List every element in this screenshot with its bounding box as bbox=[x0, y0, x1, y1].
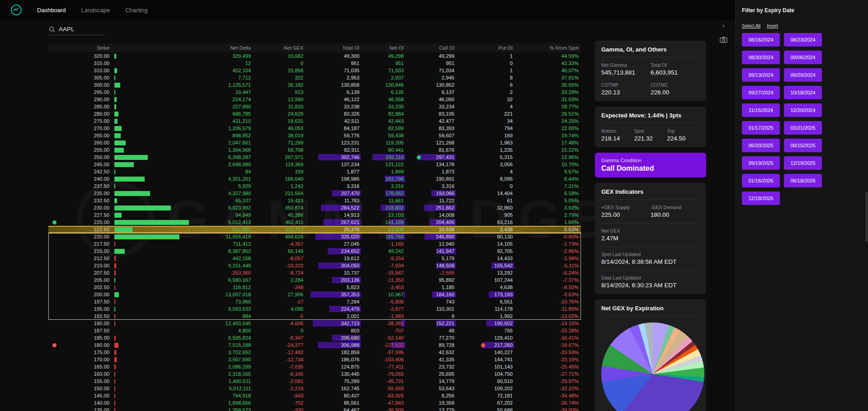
cell-value: 175.00 bbox=[94, 350, 109, 355]
camera-screenshot-icon[interactable] bbox=[720, 37, 727, 43]
table-row[interactable]: 192.50884-52,001-1,98391,992-13.02% bbox=[48, 313, 581, 320]
table-row[interactable]: 290.00224,17412,99046,12246,05846,090323… bbox=[48, 96, 581, 103]
expiry-date-button[interactable]: 12/20/2024 bbox=[784, 103, 822, 117]
ticker-search[interactable]: AAPL bbox=[49, 23, 105, 35]
expiry-date-button[interactable]: 03/21/2025 bbox=[784, 121, 822, 135]
table-row[interactable]: 275.00431,21019,63142,51142,44342,477342… bbox=[48, 117, 581, 125]
cell-value: 84,849 bbox=[235, 212, 251, 218]
ticker-search-value[interactable]: AAPL bbox=[59, 26, 74, 33]
table-row[interactable]: 227.5084,84945,38614,91313,10314,0089052… bbox=[48, 211, 581, 219]
cell-value: 64,467 bbox=[344, 407, 359, 411]
cell-value: -55,659 bbox=[387, 386, 404, 391]
table-row[interactable]: 180.007,515,188-24,377306,988-127,53289,… bbox=[48, 341, 581, 349]
table-row[interactable]: 232.5065,10715,42311,78311,66111,722615.… bbox=[48, 197, 581, 204]
table-row[interactable]: 190.0012,493,545-4,605342,723-38,281152,… bbox=[48, 320, 581, 327]
table-row[interactable]: 285.00227,99011,83333,23833,23033,234428… bbox=[48, 103, 581, 110]
cell-value: 230.00 bbox=[94, 205, 109, 210]
cell-value: 4,327,980 bbox=[228, 191, 251, 196]
expiry-date-button[interactable]: 12/19/2025 bbox=[784, 156, 822, 170]
expiry-date-button[interactable]: 06/18/2026 bbox=[784, 174, 822, 187]
cell-value: -6,165 bbox=[289, 371, 303, 377]
table-row[interactable]: 305.007,7123222,9532,9372,945837.81% bbox=[48, 74, 581, 81]
table-row[interactable]: 300.001,125,57136,182130,858130,846130,8… bbox=[48, 81, 581, 89]
cell-value: 59,607 bbox=[439, 133, 454, 138]
table-row[interactable]: 140.001,898,656-75286,561-47,84319,35967… bbox=[48, 399, 581, 406]
net-gex-bar bbox=[114, 133, 121, 138]
expiry-date-button[interactable]: 09/20/2024 bbox=[784, 68, 822, 82]
table-row[interactable]: 185.006,595,824-8,347206,680-52,14077,27… bbox=[48, 334, 581, 341]
table-row[interactable]: 212.50442,158-8,05719,612-9,2545,17914,4… bbox=[48, 255, 581, 262]
table-row[interactable]: 150.005,012,111-2,218162,745-55,65953,54… bbox=[48, 385, 581, 392]
table-row[interactable]: 237.505,9291,2423,3163,3163,31607.31% bbox=[48, 182, 581, 190]
table-row[interactable]: 195.009,093,6334,095224,479-3,877110,301… bbox=[48, 305, 581, 313]
table-row[interactable]: 145.00794,918-94380,437-63,9258,25672,18… bbox=[48, 392, 581, 399]
table-row[interactable]: 165.002,086,299-7,035124,875-77,41123,73… bbox=[48, 363, 581, 370]
table-row[interactable]: 155.001,400,511-2,08175,289-45,73114,779… bbox=[48, 378, 581, 385]
table-row[interactable]: 220.0011,655,419404,625326,020165,760245… bbox=[48, 233, 581, 240]
scrollbar-thumb[interactable] bbox=[866, 192, 868, 242]
table-row[interactable]: 205.006,580,1672,284203,136-11,35295,892… bbox=[48, 276, 581, 284]
expiry-date-button[interactable]: 01/17/2025 bbox=[742, 121, 780, 135]
table-row[interactable]: 187.504,8000803-70748755-15.28% bbox=[48, 327, 581, 334]
table-row[interactable]: 255.001,304,96659,70882,91180,44181,6761… bbox=[48, 146, 581, 154]
expiry-date-button[interactable]: 10/18/2024 bbox=[784, 86, 822, 99]
tab-charting[interactable]: Charting bbox=[125, 7, 147, 14]
net-gex-bar bbox=[114, 191, 150, 196]
collapse-panel-chevron-icon[interactable]: › bbox=[722, 22, 725, 28]
table-row[interactable]: 222.50512,801111,71720,37613,50016,9383,… bbox=[48, 226, 581, 233]
table-row[interactable]: 265.00848,85238,01959,77659,43859,607169… bbox=[48, 132, 581, 139]
expiry-date-button[interactable]: 09/13/2024 bbox=[742, 68, 780, 82]
cell-value: -2,218 bbox=[289, 386, 303, 391]
net-gex-bar bbox=[114, 90, 115, 95]
expiry-date-button[interactable]: 11/15/2024 bbox=[742, 103, 780, 117]
expiry-date-button[interactable]: 09/19/2025 bbox=[742, 156, 780, 170]
table-row[interactable]: 310.00452,10415,85871,03571,03371,034140… bbox=[48, 67, 581, 74]
table-row[interactable]: 170.003,567,690-12,734186,076-103,40641,… bbox=[48, 356, 581, 363]
table-row[interactable]: 225.005,012,413462,411267,621141,189204,… bbox=[48, 219, 581, 226]
table-row[interactable]: 295.0019,4479136,1396,1356,137233.29% bbox=[48, 89, 581, 96]
table-row[interactable]: 315.00120951951951042.33% bbox=[48, 60, 581, 67]
table-row[interactable]: 270.001,206,57946,05384,18782,59983,3937… bbox=[48, 125, 581, 132]
app-logo-icon[interactable] bbox=[11, 5, 22, 15]
table-row[interactable]: 160.002,318,165-6,165130,445-79,05525,69… bbox=[48, 370, 581, 378]
expiry-date-button[interactable]: 08/30/2024 bbox=[742, 51, 780, 64]
table-row[interactable]: 230.006,023,992350,874284,522218,802251,… bbox=[48, 204, 581, 211]
table-row[interactable]: 240.004,201,261186,640198,986182,796190,… bbox=[48, 175, 581, 182]
expiry-date-button[interactable]: 08/16/2024 bbox=[742, 33, 780, 47]
stat-label: COTMC bbox=[651, 82, 700, 88]
cell-value: 42,443 bbox=[388, 118, 404, 124]
cell-value: 14,433 bbox=[497, 256, 513, 261]
net-gex-bar bbox=[114, 271, 116, 276]
select-all-link[interactable]: Select All bbox=[742, 23, 760, 28]
tab-landscape[interactable]: Landscape bbox=[81, 7, 110, 14]
table-row[interactable]: 217.50711,412-4,35727,045-1,16512,94014,… bbox=[48, 240, 581, 248]
expiry-date-button[interactable]: 09/06/2024 bbox=[784, 51, 822, 64]
cell-value: 36,182 bbox=[288, 82, 303, 88]
expiry-date-button[interactable]: 08/15/2025 bbox=[784, 139, 822, 152]
table-row[interactable]: 175.003,702,652-12,482182,859-97,59542,6… bbox=[48, 349, 581, 356]
expiry-date-button[interactable]: 12/18/2026 bbox=[742, 191, 780, 205]
expiry-date-button[interactable]: 06/20/2025 bbox=[742, 139, 780, 152]
table-row[interactable]: 235.004,327,980221,564207,470178,662193,… bbox=[48, 190, 581, 197]
table-row[interactable]: 207.50-253,360-8,72410,737-15,847-2,5551… bbox=[48, 269, 581, 276]
table-row[interactable]: 135.001,358,573-33064,467-36,90913,77950… bbox=[48, 406, 581, 411]
expiry-date-button[interactable]: 09/27/2024 bbox=[742, 86, 780, 99]
invert-link[interactable]: Invert bbox=[767, 23, 778, 28]
table-row[interactable]: 245.002,698,980119,369137,234131,122134,… bbox=[48, 161, 581, 168]
expiry-date-button[interactable]: 01/16/2026 bbox=[742, 174, 780, 187]
table-row[interactable]: 320.00329,49910,68249,30049,29849,299144… bbox=[48, 52, 581, 60]
expiry-date-button[interactable]: 08/23/2024 bbox=[784, 33, 822, 47]
table-row[interactable]: 280.00686,78524,62983,32682,88483,105221… bbox=[48, 110, 581, 117]
table-row[interactable]: 197.5073,960-177,294-5,8087436,551-10.76… bbox=[48, 298, 581, 305]
cell-value: -11,352 bbox=[387, 277, 404, 283]
table-row[interactable]: 202.50116,812-3485,823-3,4531,1854,638-8… bbox=[48, 284, 581, 291]
tab-dashboard[interactable]: Dashboard bbox=[37, 7, 66, 14]
table-row[interactable]: 250.006,398,287207,971302,746292,116297,… bbox=[48, 154, 581, 161]
table-row[interactable]: 200.0013,697,01827,906357,35310,967184,1… bbox=[48, 291, 581, 298]
cell-value: 11,722 bbox=[439, 198, 454, 203]
cell-value: 3,567,690 bbox=[228, 357, 251, 362]
table-row[interactable]: 215.008,387,85265,149234,65249,242141,94… bbox=[48, 248, 581, 255]
table-row[interactable]: 210.009,151,449-10,222304,050-7,034148,5… bbox=[48, 262, 581, 269]
table-row[interactable]: 260.002,047,66171,299123,231119,305121,2… bbox=[48, 139, 581, 146]
table-row[interactable]: 242.50841591,8771,8691,87349.57% bbox=[48, 168, 581, 175]
